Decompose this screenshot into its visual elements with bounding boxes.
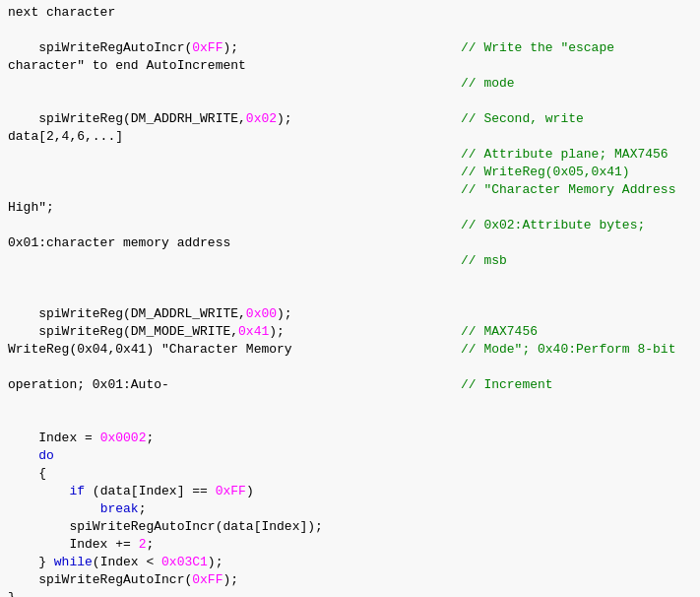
code-token: next character <box>8 5 115 20</box>
code-line: if (data[Index] == 0xFF) <box>0 483 700 500</box>
code-left: character" to end AutoIncrement <box>0 57 453 75</box>
code-token: ) <box>246 484 254 498</box>
code-token: 0x00 <box>246 306 277 321</box>
code-line: Index += 2; <box>0 536 700 554</box>
code-left: High"; <box>0 199 453 217</box>
code-line <box>0 359 700 376</box>
code-left: if (data[Index] == 0xFF) <box>0 483 453 500</box>
code-right <box>453 22 700 39</box>
code-left: break; <box>0 500 453 518</box>
code-token: } <box>8 555 54 569</box>
code-left <box>0 181 453 199</box>
code-right <box>453 465 700 483</box>
code-line: break; <box>0 500 700 518</box>
code-right: // 0x02:Attribute bytes; <box>453 217 700 234</box>
code-left: operation; 0x01:Auto- <box>0 376 453 394</box>
code-right <box>453 554 700 571</box>
code-left <box>0 164 453 181</box>
code-comment: // Second, write <box>461 111 584 126</box>
code-line <box>0 288 700 305</box>
code-right <box>453 359 700 376</box>
code-line: } while(Index < 0x03C1); <box>0 554 700 571</box>
code-right: // "Character Memory Address <box>453 181 700 199</box>
code-token: ); <box>277 111 292 126</box>
code-right <box>453 518 700 536</box>
code-comment: // Write the "escape <box>461 40 614 55</box>
code-line: spiWriteReg(DM_ADDRH_WRITE,0x02);// Seco… <box>0 110 700 128</box>
code-line: 0x01:character memory address <box>0 234 700 252</box>
code-comment: // "Character Memory Address <box>461 182 675 197</box>
code-token: High"; <box>8 200 54 215</box>
code-line: // 0x02:Attribute bytes; <box>0 217 700 234</box>
code-token: 0xFF <box>216 484 246 498</box>
code-comment: // msb <box>461 253 507 268</box>
code-comment: // mode <box>461 76 515 91</box>
code-right <box>453 536 700 554</box>
code-token: WriteReg(0x04,0x41) "Character Memory <box>8 342 292 357</box>
code-line: Index = 0x0002; <box>0 430 700 447</box>
code-token: 0x02 <box>246 111 277 126</box>
code-token: ); <box>223 572 238 587</box>
code-left: spiWriteReg(DM_MODE_WRITE,0x41); <box>0 323 453 341</box>
code-line: do <box>0 447 700 465</box>
code-line: // msb <box>0 252 700 270</box>
code-left: WriteReg(0x04,0x41) "Character Memory <box>0 341 453 359</box>
code-token: if <box>69 484 85 498</box>
code-token: while <box>54 555 93 569</box>
code-token: ; <box>139 501 147 516</box>
code-left <box>0 270 453 288</box>
code-left: } <box>0 589 453 597</box>
code-left: spiWriteRegAutoIncr(0xFF); <box>0 39 453 57</box>
code-left: Index += 2; <box>0 536 453 554</box>
code-line: spiWriteRegAutoIncr(0xFF); <box>0 571 700 589</box>
code-right <box>453 288 700 305</box>
code-right <box>453 430 700 447</box>
code-line: data[2,4,6,...] <box>0 128 700 146</box>
code-right <box>453 57 700 75</box>
code-left <box>0 93 453 110</box>
code-line <box>0 270 700 288</box>
code-left: { <box>0 465 453 483</box>
code-left: Index = 0x0002; <box>0 430 453 447</box>
code-token: { <box>8 466 46 481</box>
code-token: (data[Index] == <box>85 484 216 498</box>
code-line: spiWriteRegAutoIncr(data[Index]); <box>0 518 700 536</box>
code-comment: // Attribute plane; MAX7456 <box>461 147 668 162</box>
code-token: Index = <box>8 431 100 445</box>
code-line: { <box>0 465 700 483</box>
code-right: // WriteReg(0x05,0x41) <box>453 164 700 181</box>
code-token: break <box>100 501 139 516</box>
code-line <box>0 22 700 39</box>
code-right <box>453 305 700 323</box>
code-right <box>453 199 700 217</box>
code-token: 0x41 <box>238 324 269 339</box>
code-right <box>453 412 700 430</box>
code-token <box>8 484 69 498</box>
code-editor: next character spiWriteRegAutoIncr(0xFF)… <box>0 0 700 597</box>
code-token: 0x03C1 <box>161 555 208 569</box>
code-token: data[2,4,6,...] <box>8 129 123 144</box>
code-left <box>0 22 453 39</box>
code-line: } <box>0 589 700 597</box>
code-token: 0x01:character memory address <box>8 235 230 250</box>
code-comment: // MAX7456 <box>461 324 538 339</box>
code-left: data[2,4,6,...] <box>0 128 453 146</box>
code-line <box>0 394 700 412</box>
code-left: next character <box>0 4 453 22</box>
code-right <box>453 447 700 465</box>
code-line: character" to end AutoIncrement <box>0 57 700 75</box>
code-token: (Index < <box>93 555 161 569</box>
code-right: // msb <box>453 252 700 270</box>
code-line: High"; <box>0 199 700 217</box>
code-comment: // 0x02:Attribute bytes; <box>461 218 645 232</box>
code-right: // Second, write <box>453 110 700 128</box>
code-token: spiWriteReg(DM_ADDRL_WRITE, <box>8 306 246 321</box>
code-right <box>453 93 700 110</box>
code-right <box>453 483 700 500</box>
code-line: spiWriteRegAutoIncr(0xFF);// Write the "… <box>0 39 700 57</box>
code-line: operation; 0x01:Auto-// Increment <box>0 376 700 394</box>
code-line: // Attribute plane; MAX7456 <box>0 146 700 164</box>
code-token: spiWriteReg(DM_MODE_WRITE, <box>8 324 238 339</box>
code-token: 0xFF <box>192 572 223 587</box>
code-line: next character <box>0 4 700 22</box>
